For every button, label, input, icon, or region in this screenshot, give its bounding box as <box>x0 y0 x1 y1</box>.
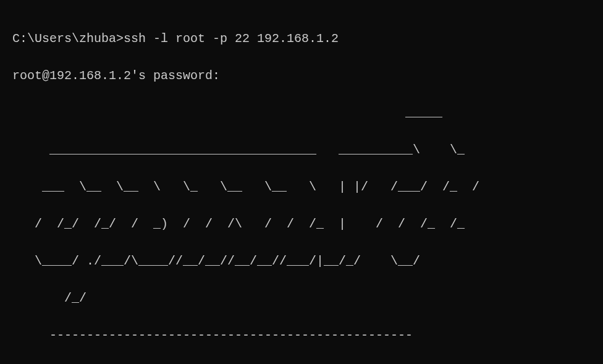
command-line: C:\Users\zhuba>ssh -l root -p 22 192.168… <box>12 30 591 48</box>
ascii-art-line: / /_/ /_/ / _) / / /\ / / /_ | / / /_ /_ <box>12 215 591 234</box>
ascii-art-line: _____ <box>12 104 591 122</box>
password-prompt: root@192.168.1.2's password: <box>12 67 591 85</box>
divider: ----------------------------------------… <box>12 326 591 345</box>
ascii-art-line: /_/ <box>12 289 591 308</box>
ascii-art-line: ____________________________________ ___… <box>12 141 591 159</box>
ascii-art-line: \____/ ./___/\____//__/__//__/__//___/|_… <box>12 252 591 271</box>
terminal-output: C:\Users\zhuba>ssh -l root -p 22 192.168… <box>12 11 591 364</box>
ssh-command: ssh -l root -p 22 192.168.1.2 <box>124 32 339 46</box>
prompt-path: C:\Users\zhuba> <box>12 32 124 46</box>
ascii-art-line: ___ \__ \__ \ \_ \__ \__ \ | |/ /___/ /_… <box>12 178 591 197</box>
